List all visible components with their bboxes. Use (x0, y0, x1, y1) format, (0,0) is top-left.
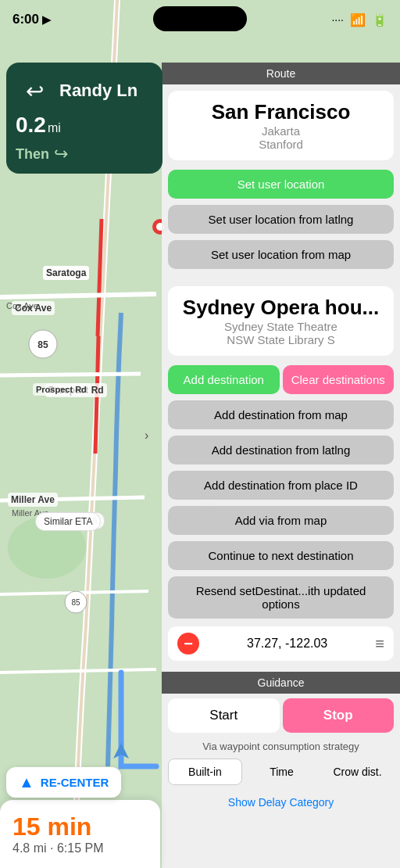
svg-text:85: 85 (38, 339, 48, 350)
strategy-row: Built-in Time Crow dist. (168, 759, 394, 785)
recenter-button[interactable]: ▲ RE-CENTER (6, 767, 121, 798)
nav-back-arrow: ↩ (16, 72, 53, 109)
eta-time: 15 min (12, 812, 148, 841)
set-from-map-button[interactable]: Set user location from map (168, 240, 394, 269)
location2-display: Sydney Opera hou... Sydney State Theatre… (168, 286, 394, 356)
location1-main: San Francisco (180, 100, 381, 124)
nav-then: Then ↪ (16, 144, 153, 164)
status-time: 6:00 ▶ (12, 12, 51, 27)
saratoga-map-label: Saratoga (43, 266, 89, 280)
start-stop-row: Start Stop (168, 698, 394, 733)
eta-details: 4.8 mi · 6:15 PM (12, 841, 148, 855)
location2-sub1: Sydney State Theatre (180, 320, 381, 333)
show-delay-category[interactable]: Show Delay Category (162, 788, 400, 816)
dynamic-island (153, 6, 247, 31)
add-from-place-id-button[interactable]: Add destination from place ID (168, 471, 394, 500)
coordinate-row: − 37.27, -122.03 ≡ (168, 626, 394, 661)
signal-icon: ···· (331, 13, 344, 26)
wifi-icon: 📶 (350, 13, 366, 27)
nav-distance: 0.2 mi (16, 113, 153, 138)
add-from-map-button[interactable]: Add destination from map (168, 400, 394, 429)
location1-display: San Francisco Jakarta Stanford (168, 91, 394, 160)
location1-sub2: Stanford (180, 138, 381, 151)
add-via-button[interactable]: Add via from map (168, 506, 394, 535)
guidance-header: Guidance (162, 672, 400, 694)
set-user-location-button[interactable]: Set user location (168, 170, 394, 199)
destination-actions-row: Add destination Clear destinations (168, 365, 394, 394)
strategy-builtin-button[interactable]: Built-in (168, 759, 242, 785)
add-destination-button[interactable]: Add destination (168, 365, 280, 394)
miller-ave-label: Miller Ave (8, 493, 58, 507)
remove-waypoint-button[interactable]: − (177, 633, 199, 655)
coordinate-text: 37.27, -122.03 (247, 637, 327, 651)
add-from-latlng-button[interactable]: Add destination from latlng (168, 436, 394, 464)
battery-icon: 🔋 (372, 13, 388, 27)
location2-main: Sydney Opera hou... (180, 296, 381, 320)
similar-eta-map-label: Similar ETA (35, 512, 101, 531)
strategy-time-button[interactable]: Time (245, 759, 318, 785)
nav-then-arrow-icon: ↪ (54, 144, 68, 164)
continue-button[interactable]: Continue to next destination (168, 541, 394, 570)
coordinate-menu-icon[interactable]: ≡ (375, 635, 384, 653)
nav-direction: ↩ Randy Ln (16, 72, 153, 109)
resend-button[interactable]: Resend setDestinat...ith updated options (168, 576, 394, 619)
recenter-arrow-icon: ▲ (19, 773, 34, 791)
status-icons: ···· 📶 🔋 (331, 13, 388, 27)
location1-sub1: Jakarta (180, 124, 381, 138)
svg-text:85: 85 (71, 598, 80, 607)
right-panel: Route San Francisco Jakarta Stanford Set… (162, 63, 400, 868)
strategy-crow-button[interactable]: Crow dist. (321, 759, 394, 785)
stop-button[interactable]: Stop (283, 698, 395, 733)
clear-destinations-button[interactable]: Clear destinations (283, 365, 395, 394)
waypoint-label: Via waypoint consumption strategy (162, 741, 400, 752)
set-from-latlng-button[interactable]: Set user location from latlng (168, 205, 394, 234)
recenter-label: RE-CENTER (41, 776, 109, 789)
location-icon: ▶ (42, 13, 51, 26)
nav-street: Randy Ln (59, 81, 138, 101)
start-button[interactable]: Start (168, 698, 280, 733)
expand-arrow[interactable]: › (145, 429, 148, 443)
cox-ave-map-label: Cox Ave (6, 301, 38, 310)
prospect-rd-map-label: Prospect Rd (33, 383, 90, 396)
location2-sub2: NSW State Library S (180, 333, 381, 346)
route-header: Route (162, 63, 400, 84)
bottom-info-card: 15 min 4.8 mi · 6:15 PM (0, 800, 160, 868)
nav-card: ↩ Randy Ln 0.2 mi Then ↪ (6, 63, 162, 174)
